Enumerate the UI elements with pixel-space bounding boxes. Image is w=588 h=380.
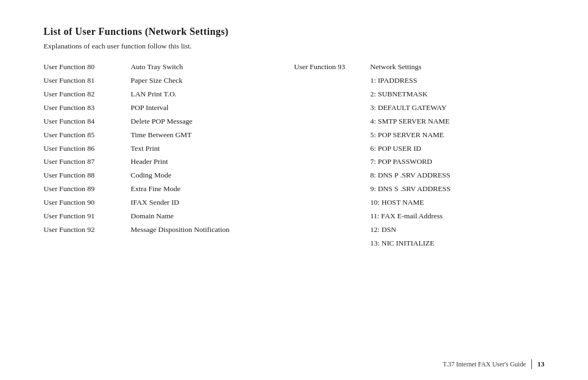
function-description: Message Disposition Notification bbox=[131, 224, 229, 236]
function-label: User Function 85 bbox=[44, 130, 131, 141]
right-item: 3: DEFAULT GATEWAY bbox=[294, 102, 544, 114]
function-description: IFAX Sender ID bbox=[131, 197, 179, 209]
function-row: User Function 85Time Between GMT bbox=[44, 130, 272, 141]
right-column: User Function 93Network Settings1: IPADD… bbox=[272, 62, 544, 252]
columns-container: User Function 80Auto Tray SwitchUser Fun… bbox=[44, 62, 544, 252]
function-row: User Function 89Extra Fine Mode bbox=[44, 183, 272, 195]
right-item: 4: SMTP SERVER NAME bbox=[294, 116, 544, 127]
function-description: Delete POP Message bbox=[131, 116, 192, 127]
footer-divider bbox=[531, 359, 532, 369]
function-row: User Function 84Delete POP Message bbox=[44, 116, 272, 127]
page-title: List of User Functions (Network Settings… bbox=[44, 26, 544, 38]
right-item: 12: DSN bbox=[294, 224, 544, 236]
right-item: 6: POP USER ID bbox=[294, 143, 544, 155]
function-description: Domain Name bbox=[131, 211, 174, 222]
footer-guide-text: T.37 Internet FAX User's Guide bbox=[443, 360, 526, 369]
function-label: User Function 80 bbox=[44, 62, 131, 73]
function-label: User Function 88 bbox=[44, 170, 131, 181]
function-label: User Function 81 bbox=[44, 75, 131, 87]
function-description: Paper Size Check bbox=[131, 75, 182, 87]
function-label: User Function 84 bbox=[44, 116, 131, 127]
function-row: User Function 90IFAX Sender ID bbox=[44, 197, 272, 209]
footer: T.37 Internet FAX User's Guide 13 bbox=[443, 359, 544, 369]
function-row: User Function 92Message Disposition Noti… bbox=[44, 224, 272, 236]
right-item: 10: HOST NAME bbox=[294, 197, 544, 209]
left-column: User Function 80Auto Tray SwitchUser Fun… bbox=[44, 62, 272, 238]
function-label: User Function 92 bbox=[44, 224, 131, 236]
function-label: User Function 83 bbox=[44, 102, 131, 114]
right-header-row: User Function 93Network Settings bbox=[294, 62, 544, 73]
function-description: Text Print bbox=[131, 143, 160, 155]
right-section-title: Network Settings bbox=[370, 62, 421, 73]
function-description: Time Between GMT bbox=[131, 130, 192, 141]
function-label: User Function 91 bbox=[44, 211, 131, 222]
function-description: Auto Tray Switch bbox=[131, 62, 183, 73]
right-item: 9: DNS S .SRV ADDRESS bbox=[294, 183, 544, 195]
right-item: 8: DNS P .SRV ADDRESS bbox=[294, 170, 544, 181]
function-row: User Function 83POP Interval bbox=[44, 102, 272, 114]
function-row: User Function 87Header Print bbox=[44, 156, 272, 168]
function-row: User Function 86Text Print bbox=[44, 143, 272, 155]
right-item: 1: IPADDRESS bbox=[294, 75, 544, 87]
function-row: User Function 82LAN Print T.O. bbox=[44, 89, 272, 100]
function-description: Coding Mode bbox=[131, 170, 171, 181]
function-row: User Function 88Coding Mode bbox=[44, 170, 272, 181]
function-row: User Function 80Auto Tray Switch bbox=[44, 62, 272, 73]
function-description: POP Interval bbox=[131, 102, 169, 114]
subtitle: Explanations of each user function follo… bbox=[44, 42, 544, 51]
function-description: Header Print bbox=[131, 156, 168, 168]
right-item: 13: NIC INITIALIZE bbox=[294, 238, 544, 249]
right-function-label: User Function 93 bbox=[294, 62, 370, 73]
footer-page-number: 13 bbox=[537, 360, 544, 369]
function-row: User Function 91Domain Name bbox=[44, 211, 272, 222]
function-description: LAN Print T.O. bbox=[131, 89, 176, 100]
function-label: User Function 86 bbox=[44, 143, 131, 155]
right-item: 11: FAX E-mail Address bbox=[294, 211, 544, 222]
page-content: List of User Functions (Network Settings… bbox=[0, 0, 588, 273]
function-row: User Function 81Paper Size Check bbox=[44, 75, 272, 87]
right-item: 2: SUBNETMASK bbox=[294, 89, 544, 100]
function-description: Extra Fine Mode bbox=[131, 183, 180, 195]
function-label: User Function 89 bbox=[44, 183, 131, 195]
right-item: 5: POP SERVER NAME bbox=[294, 130, 544, 141]
function-label: User Function 90 bbox=[44, 197, 131, 209]
function-label: User Function 82 bbox=[44, 89, 131, 100]
function-label: User Function 87 bbox=[44, 156, 131, 168]
right-item: 7: POP PASSWORD bbox=[294, 156, 544, 168]
